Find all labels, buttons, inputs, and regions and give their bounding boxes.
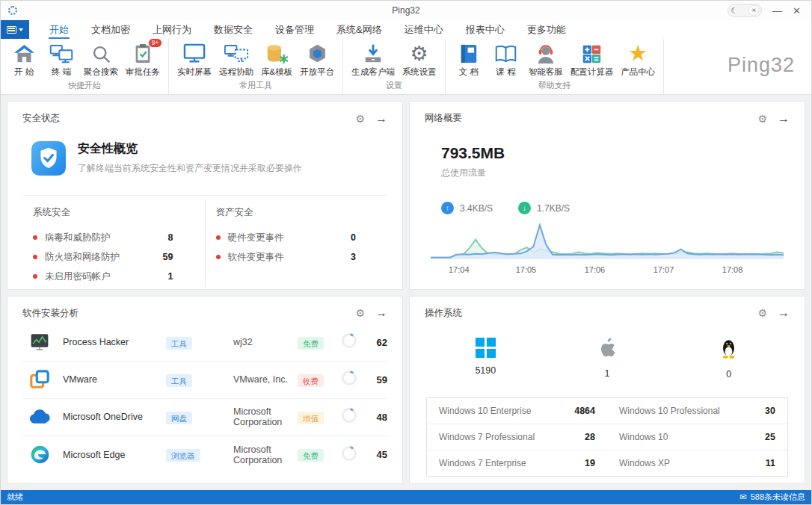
alert-dot-icon [216,235,221,240]
table-row[interactable]: VMware 工具 VMware, Inc. 收费 59 [22,362,387,399]
os-stat-windows: 5190 [425,338,547,379]
table-row: Windows 7 Enterprise19 Windows XP11 [427,450,787,476]
ribbon-item-remote-assist[interactable]: 远程协助 [215,40,257,78]
panel-title: 操作系统 [425,307,462,320]
asset-security-column: 资产安全 硬件变更事件 0 软件变更事件 3 [205,199,388,286]
upload-arrow-icon: ↑ [441,202,454,214]
approval-badge: 9+ [148,38,162,48]
tab-more-features[interactable]: 更多功能 [516,20,577,39]
total-traffic-value: 793.5MB [441,144,790,162]
network-chart-svg [431,220,784,261]
category-badge: 工具 [166,374,192,387]
download-speed: ↓ 1.7KB/S [518,202,570,214]
panel-operating-systems: 操作系统 ⚙ → 5190 1 [409,296,805,485]
tab-device-management[interactable]: 设备管理 [264,20,325,39]
panel-open-arrow-icon[interactable]: → [375,307,387,319]
remote-desktop-icon [224,42,249,64]
panel-open-arrow-icon[interactable]: → [778,113,790,125]
alert-dot-icon [33,235,37,240]
os-breakdown-table: Windows 10 Enterprise4864 Windows 10 Pro… [426,397,788,477]
category-badge: 网盘 [166,412,192,424]
ribbon-item-search[interactable]: 聚合搜索 [80,40,122,78]
calculator-icon [582,42,602,64]
ribbon-item-terminal[interactable]: 终 端 [43,40,80,78]
alert-dot-icon [33,255,37,259]
security-overview-desc: 了解终端当前系统安全性和资产变更情况并采取必要操作 [78,162,302,175]
table-row: Windows 7 Professional28 Windows 1025 [427,424,787,450]
panel-open-arrow-icon[interactable]: → [375,113,387,125]
ribbon-group-label: 设置 [348,78,440,94]
table-row[interactable]: Process Hacker 工具 wj32 免费 62 [22,324,387,362]
main-menu-button[interactable] [1,20,29,39]
progress-ring [341,445,368,465]
category-badge: 工具 [166,337,192,350]
apple-icon [598,338,616,361]
ribbon-item-approval[interactable]: 9+ 审批任务 [122,40,164,78]
panel-settings-icon[interactable]: ⚙ [355,114,365,124]
list-item[interactable]: 未启用密码帐户 1 [33,267,194,286]
tab-home[interactable]: 开始 [38,20,80,39]
unread-messages[interactable]: ✉ 588条未读信息 [739,492,805,503]
book-icon [459,42,479,64]
security-overview-title: 安全性概览 [78,141,302,157]
minimize-button[interactable]: — [772,6,782,16]
ribbon-group-quick-start: 开 始 终 端 聚合搜索 [1,39,169,94]
tab-system-network[interactable]: 系统&网络 [325,20,393,39]
tab-ops-center[interactable]: 运维中心 [393,20,455,39]
os-stat-apple: 1 [547,338,668,379]
list-item[interactable]: 硬件变更事件 0 [216,228,378,247]
ribbon-group-label: 快捷开始 [5,78,164,94]
theme-toggle[interactable]: ☾ ☀ [728,4,762,17]
window-title: Ping32 [1,5,811,16]
ribbon-item-open-platform[interactable]: 开放平台 [296,40,338,78]
terminals-icon [49,42,73,64]
price-badge: 收费 [298,374,324,387]
open-book-icon [494,42,517,64]
alert-dot-icon [33,274,37,279]
list-item[interactable]: 防火墙和网络防护 59 [33,247,194,267]
ribbon-item-library-templates[interactable]: 库&模板 [257,40,296,78]
title-bar: Ping32 ☾ ☀ — ✕ [1,1,811,20]
home-icon [13,42,35,64]
list-item[interactable]: 软件变更事件 3 [216,247,378,267]
table-row[interactable]: Microsoft OneDrive 网盘 Microsoft Corporat… [22,399,387,436]
ribbon-item-generate-client[interactable]: 生成客户端 [348,40,399,78]
tab-web-behavior[interactable]: 上网行为 [141,20,203,39]
ribbon-item-start[interactable]: 开 始 [5,40,43,78]
ribbon-tab-bar: 开始 文档加密 上网行为 数据安全 设备管理 系统&网络 运维中心 报表中心 更… [1,20,811,39]
ribbon-item-courses[interactable]: 课 程 [487,40,525,78]
tab-report-center[interactable]: 报表中心 [455,20,516,39]
price-badge: 免费 [298,337,324,350]
table-row[interactable]: Microsoft Edge 浏览器 Microsoft Corporation… [22,436,387,474]
moon-icon: ☾ [731,7,738,15]
panel-settings-icon[interactable]: ⚙ [757,308,767,318]
close-button[interactable]: ✕ [793,6,801,16]
panel-software-analysis: 软件安装分析 ⚙ → Process Hacker 工具 wj32 免费 [7,296,403,485]
ribbon-item-config-calculator[interactable]: 配置计算器 [567,40,618,78]
ribbon-item-system-settings[interactable]: ⚙ 系统设置 [399,40,440,78]
os-stat-linux: 0 [668,338,790,379]
progress-ring [341,407,368,427]
tab-data-security[interactable]: 数据安全 [203,20,264,39]
onedrive-icon [28,406,51,428]
ribbon-item-product-center[interactable]: ★ 产品中心 [617,40,659,78]
upload-speed: ↑ 3.4KB/S [441,202,493,214]
panel-settings-icon[interactable]: ⚙ [355,308,365,318]
tab-document-encryption[interactable]: 文档加密 [80,20,141,39]
panel-open-arrow-icon[interactable]: → [778,307,790,319]
hamburger-icon [7,26,16,34]
list-item[interactable]: 病毒和威胁防护 8 [33,228,194,247]
ribbon-item-smart-service[interactable]: 智能客服 [525,40,567,78]
table-row: Windows 10 Enterprise4864 Windows 10 Pro… [427,398,787,424]
headset-agent-icon [535,42,556,64]
panel-settings-icon[interactable]: ⚙ [757,114,767,124]
ribbon-item-realtime-screen[interactable]: 实时屏幕 [173,40,215,78]
progress-ring [341,332,368,352]
chart-x-axis: 17:04 17:05 17:06 17:07 17:08 [431,265,784,277]
brand-watermark: Ping32 [728,54,795,77]
category-badge: 浏览器 [166,449,200,462]
panel-network-summary: 网络概要 ⚙ → 793.5MB 总使用流量 ↑ 3.4KB/S ↓ 1.7KB… [409,101,805,290]
shield-icon [31,141,66,179]
network-traffic-chart: 17:04 17:05 17:06 17:07 17:08 [431,220,784,277]
ribbon-item-docs[interactable]: 文 档 [450,40,487,78]
